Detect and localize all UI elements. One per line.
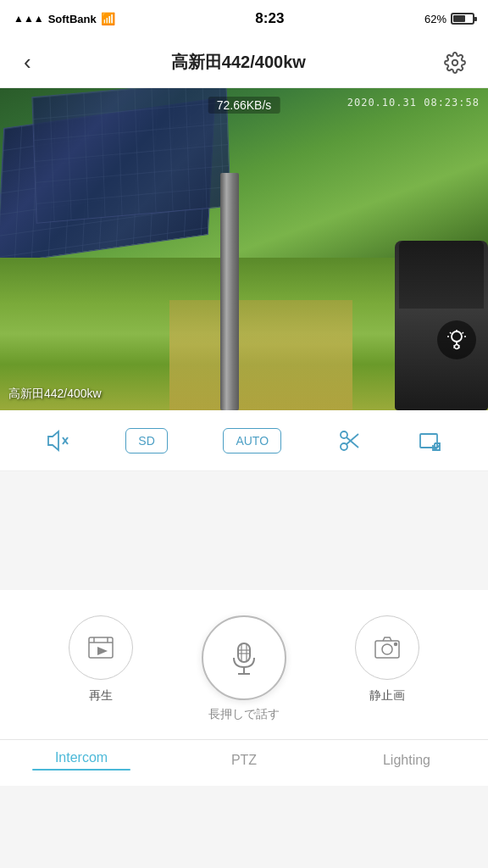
snapshot-label: 静止画 [369,688,405,704]
sd-button[interactable]: SD [125,428,167,453]
bottom-controls: 再生 [0,590,488,786]
tab-intercom-underline [32,769,130,771]
status-right: 62% [424,13,474,25]
settings-button[interactable] [439,47,471,79]
video-feed [0,88,488,410]
battery-icon [451,13,474,25]
pole [220,173,239,410]
status-bar: ▲▲▲ SoftBank 📶 8:23 62% [0,0,488,37]
video-timestamp: 2020.10.31 08:23:58 [347,97,480,108]
svg-marker-22 [97,647,108,655]
video-bitrate: 72.66KB/s [208,97,280,114]
svg-point-31 [382,644,392,654]
battery-label: 62% [424,13,446,25]
intercom-button[interactable] [202,615,286,700]
snapshot-button[interactable]: 静止画 [355,615,419,704]
svg-rect-23 [238,643,250,662]
aspect-ratio-button[interactable] [418,428,443,453]
back-button[interactable]: ‹ [17,46,38,79]
svg-point-8 [455,345,459,349]
auto-button[interactable]: AUTO [223,428,281,453]
svg-rect-18 [89,637,113,658]
svg-point-1 [452,331,462,342]
tab-bar: Intercom PTZ Lighting [0,739,488,777]
svg-line-5 [463,332,464,334]
mute-button[interactable] [45,428,70,453]
video-container: 72.66KB/s 2020.10.31 08:23:58 高新田442/400… [0,88,488,410]
play-icon-circle [69,615,133,680]
tab-ptz-label: PTZ [231,753,257,768]
solar-panel-2 [31,88,230,224]
tab-lighting[interactable]: Lighting [325,753,488,768]
snapshot-icon-circle [355,615,419,680]
tab-lighting-label: Lighting [383,753,430,768]
svg-point-14 [341,431,347,438]
tab-ptz[interactable]: PTZ [163,753,325,768]
status-left: ▲▲▲ SoftBank 📶 [14,12,115,25]
action-buttons: 再生 [0,615,488,704]
play-label: 再生 [89,688,113,704]
controls-bar: SD AUTO [0,410,488,471]
carrier-label: SoftBank [48,13,97,25]
signal-icon: ▲▲▲ [14,13,44,25]
svg-line-4 [450,332,452,334]
wifi-icon: 📶 [101,12,115,25]
clip-button[interactable] [337,428,363,453]
speak-hint: 長押しで話す [0,707,488,722]
svg-point-0 [452,59,458,65]
video-camera-label: 高新田442/400kw [8,387,102,402]
svg-point-32 [395,643,397,646]
lighting-overlay-button[interactable] [437,320,476,359]
ground-dry [169,300,352,410]
nav-bar: ‹ 高新田442/400kw [0,37,488,88]
status-time: 8:23 [255,10,284,27]
tab-intercom[interactable]: Intercom [0,750,163,771]
middle-area [0,471,488,590]
tab-intercom-label: Intercom [55,750,108,765]
svg-point-13 [341,443,347,450]
mic-icon-circle [202,615,286,700]
page-title: 高新田442/400kw [171,51,306,74]
car [395,241,488,410]
play-button[interactable]: 再生 [69,615,133,704]
